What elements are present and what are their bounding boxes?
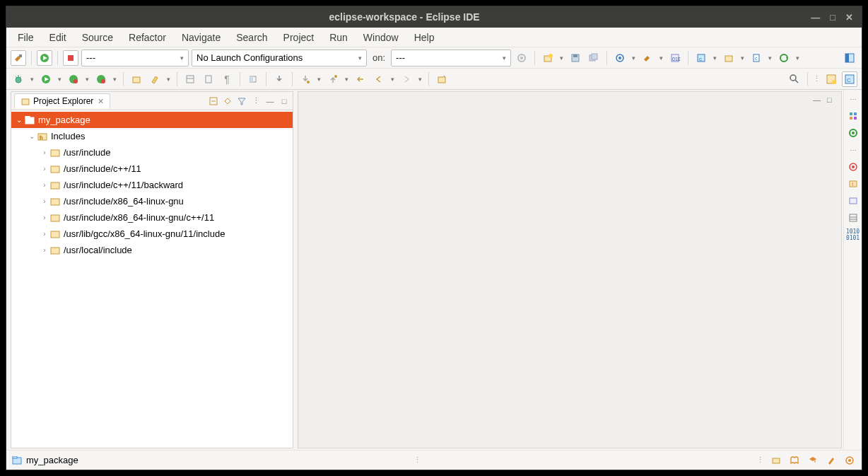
binary-button[interactable]: 010	[667, 50, 683, 66]
restore-icon[interactable]: ⋯	[847, 93, 860, 105]
back-dropdown[interactable]: ▾	[389, 76, 396, 83]
debug-dropdown[interactable]: ▾	[29, 76, 35, 83]
toggle-breadcrumb-button[interactable]	[182, 71, 198, 87]
search-icon[interactable]	[787, 71, 802, 87]
profile-dropdown[interactable]: ▾	[112, 76, 118, 83]
status-book-icon[interactable]	[788, 454, 801, 467]
link-editor-icon[interactable]	[222, 95, 233, 107]
build-config-button[interactable]	[640, 50, 655, 66]
forward-dropdown[interactable]: ▾	[417, 76, 423, 83]
coverage-dropdown[interactable]: ▾	[84, 76, 90, 83]
next-annotation-button[interactable]	[298, 71, 313, 87]
step-into-button[interactable]	[271, 71, 287, 87]
collapse-all-icon[interactable]	[208, 95, 219, 107]
pilcrow-button[interactable]: ¶	[219, 71, 235, 87]
toolbar-handle[interactable]: ⋮	[813, 74, 821, 83]
toggle-block-button[interactable]	[245, 71, 261, 87]
menu-search[interactable]: Search	[229, 29, 274, 46]
status-tip-icon[interactable]	[843, 454, 856, 467]
target-button[interactable]	[612, 50, 628, 66]
new-button[interactable]	[540, 50, 556, 66]
open-perspective-button[interactable]	[823, 71, 839, 87]
status-launch-icon[interactable]	[770, 454, 782, 467]
filter-icon[interactable]	[236, 95, 247, 107]
tree-include-item[interactable]: › /usr/include/x86_64-linux-gnu	[11, 193, 293, 209]
new-source-button[interactable]: c	[749, 50, 764, 66]
new-folder-button[interactable]	[721, 50, 737, 66]
menu-run[interactable]: Run	[322, 29, 355, 46]
task-list-icon[interactable]	[847, 127, 860, 139]
menu-source[interactable]: Source	[75, 29, 120, 46]
last-edit-button[interactable]	[353, 71, 368, 87]
toggle-mark-button[interactable]	[201, 71, 216, 87]
next-annotation-dropdown[interactable]: ▾	[316, 76, 322, 83]
tree-include-item[interactable]: › /usr/include	[11, 144, 293, 161]
minimize-view-icon[interactable]: —	[264, 95, 276, 107]
editor-maximize-icon[interactable]: □	[827, 95, 837, 105]
project-tree[interactable]: ⌄ my_package ⌄ h Includes › /usr/include…	[11, 110, 293, 448]
menu-window[interactable]: Window	[356, 29, 406, 46]
hammer-build-button[interactable]	[11, 50, 26, 66]
view-menu-icon[interactable]: ⋮	[250, 95, 262, 107]
status-handle-2[interactable]: ⋮	[756, 455, 764, 465]
search-tool-button[interactable]	[147, 71, 163, 87]
handle-icon[interactable]: ⋯	[847, 144, 860, 156]
status-edit-icon[interactable]	[825, 454, 838, 467]
open-type-button[interactable]	[129, 71, 144, 87]
back-button[interactable]	[371, 71, 387, 87]
outline-icon[interactable]	[847, 110, 860, 122]
new-folder-dropdown[interactable]: ▾	[739, 54, 746, 62]
close-tab-button[interactable]: ✕	[98, 97, 104, 106]
cdt-perspective-button[interactable]: C	[842, 71, 857, 87]
run-tool-dropdown[interactable]: ▾	[57, 76, 63, 83]
call-hierarchy-icon[interactable]: 10100101	[847, 228, 860, 241]
run-tool-button[interactable]	[38, 71, 54, 87]
target-dropdown[interactable]: ▾	[631, 54, 637, 62]
tree-include-item[interactable]: › /usr/include/c++/11/backward	[11, 177, 293, 193]
gear-icon[interactable]	[514, 50, 529, 66]
tree-include-item[interactable]: › /usr/local/include	[11, 242, 293, 258]
status-edu-icon[interactable]	[807, 454, 819, 467]
menu-refactor[interactable]: Refactor	[122, 29, 173, 46]
maximize-view-icon[interactable]: □	[278, 95, 290, 107]
forward-button[interactable]	[399, 71, 414, 87]
prev-annotation-dropdown[interactable]: ▾	[344, 76, 350, 83]
coverage-button[interactable]	[66, 71, 81, 87]
maximize-button[interactable]: □	[830, 12, 835, 23]
prev-annotation-button[interactable]	[325, 71, 341, 87]
on-combo[interactable]: ---▾	[391, 50, 511, 66]
tree-include-item[interactable]: › /usr/include/x86_64-linux-gnu/c++/11	[11, 209, 293, 226]
tree-include-item[interactable]: › /usr/include/c++/11	[11, 161, 293, 177]
menu-project[interactable]: Project	[276, 29, 322, 46]
save-all-button[interactable]	[586, 50, 602, 66]
build-config-dropdown[interactable]: ▾	[658, 54, 664, 62]
minimize-button[interactable]: —	[811, 12, 820, 23]
close-button[interactable]: ✕	[845, 12, 853, 23]
tree-include-item[interactable]: › /usr/lib/gcc/x86_64-linux-gnu/11/inclu…	[11, 226, 293, 242]
new-cclass-dropdown[interactable]: ▾	[712, 54, 718, 62]
refresh-dropdown[interactable]: ▾	[794, 54, 801, 62]
tree-includes-node[interactable]: ⌄ h Includes	[11, 128, 293, 144]
run-button[interactable]	[37, 50, 52, 66]
perspective-button[interactable]	[842, 50, 857, 66]
pin-editor-button[interactable]	[434, 71, 450, 87]
menu-navigate[interactable]: Navigate	[175, 29, 228, 46]
stop-button[interactable]	[63, 50, 78, 66]
refresh-button[interactable]	[776, 50, 792, 66]
mode-combo[interactable]: ---▾	[81, 50, 189, 66]
new-dropdown[interactable]: ▾	[558, 54, 565, 62]
tree-root-project[interactable]: ⌄ my_package	[11, 112, 293, 128]
debug-button[interactable]	[11, 71, 26, 87]
menu-help[interactable]: Help	[407, 29, 442, 46]
new-cclass-button[interactable]: c	[693, 50, 709, 66]
editor-minimize-icon[interactable]: —	[813, 95, 823, 105]
build-targets-icon[interactable]	[847, 161, 860, 173]
menu-edit[interactable]: Edit	[42, 29, 74, 46]
properties-icon[interactable]	[847, 211, 860, 224]
status-handle[interactable]: ⋮	[78, 455, 756, 465]
search-tool-dropdown[interactable]: ▾	[165, 76, 172, 83]
new-source-dropdown[interactable]: ▾	[767, 54, 773, 62]
profile-button[interactable]	[93, 71, 109, 87]
console-icon[interactable]	[847, 195, 860, 207]
launch-config-combo[interactable]: No Launch Configurations▾	[192, 50, 367, 66]
